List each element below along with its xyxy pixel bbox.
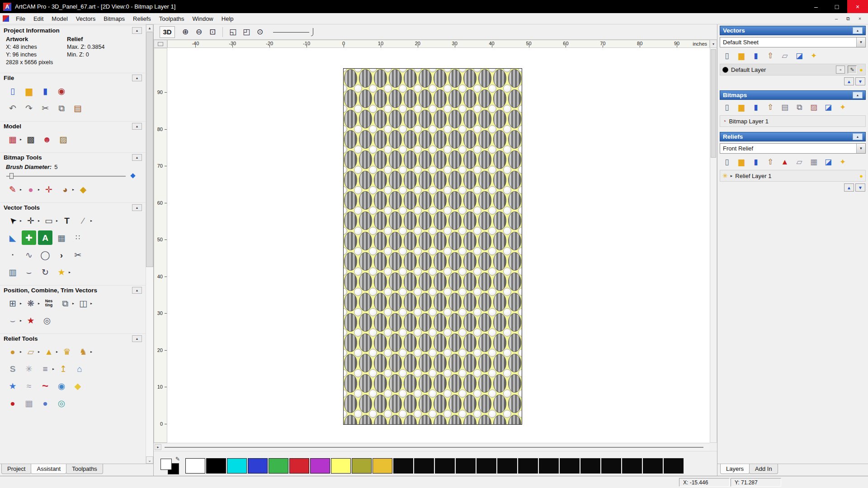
layer-color-swatch[interactable] — [722, 67, 728, 73]
combine-bitmap-icon[interactable]: ✦ — [836, 101, 849, 113]
save-sheet-icon[interactable]: ▮ — [749, 50, 763, 61]
load-relief-icon[interactable]: ▦ — [5, 132, 20, 146]
interactive-sculpt-icon[interactable]: ↥ — [56, 361, 71, 376]
menu-file[interactable]: File — [12, 14, 29, 24]
color-swatch-2[interactable] — [227, 458, 247, 474]
rollup-button[interactable]: ▲ — [132, 75, 142, 81]
import-export-icon[interactable]: ◉ — [54, 84, 69, 98]
tab-layers[interactable]: Layers — [720, 464, 750, 474]
color-swatch-21[interactable] — [622, 458, 642, 474]
delete-vector-layer-icon[interactable]: ◪ — [793, 50, 806, 61]
paste-icon[interactable]: ▤ — [71, 101, 85, 115]
tab-toolpaths[interactable]: Toolpaths — [66, 464, 103, 474]
circular-array-flyout-arrow[interactable]: ▸ — [38, 301, 40, 305]
scroll-left-icon[interactable]: ▸ — [155, 444, 161, 450]
move-layer-down-icon[interactable]: ▼ — [855, 77, 865, 85]
redo-icon[interactable]: ↷ — [22, 101, 36, 115]
vector-doctor-icon[interactable]: ◣ — [5, 230, 20, 245]
create-rectangle-icon[interactable]: ▭ — [42, 213, 56, 228]
group-vectors-flyout-arrow[interactable]: ▸ — [72, 301, 74, 305]
color-swatch-15[interactable] — [497, 458, 517, 474]
visibility-bulb-icon[interactable]: ● — [859, 173, 863, 179]
align-objects-flyout-arrow[interactable]: ▸ — [20, 301, 22, 305]
relief-sheet-icon[interactable]: ▱ — [793, 156, 806, 168]
create-star-icon[interactable]: ★ — [54, 265, 69, 279]
relief-layer-row[interactable]: ✳ ▸ Relief Layer 1 ● — [720, 170, 866, 182]
extrude-vector-icon[interactable]: ▥ — [5, 265, 20, 279]
sculpt-icon[interactable]: ● — [5, 344, 20, 359]
color-swatch-8[interactable] — [352, 458, 372, 474]
palette-flyout-arrow[interactable]: ▸ — [72, 188, 74, 192]
trim-vectors-icon[interactable]: ✂ — [71, 248, 85, 262]
move-layer-up-icon[interactable]: ▲ — [844, 77, 854, 85]
sheet-select[interactable]: Default Sheet ▼ — [720, 37, 866, 47]
slider-handle[interactable] — [9, 173, 14, 179]
paint-icon[interactable]: ✎ — [5, 182, 20, 197]
canvas-horizontal-scrollbar[interactable]: ▸ — [154, 443, 710, 451]
assistant-scrollbar[interactable]: ▲ ⌄ — [146, 24, 153, 464]
scrollbar-thumb[interactable] — [146, 32, 153, 267]
scroll-down-icon[interactable]: ⌄ — [146, 456, 153, 464]
menu-help[interactable]: Help — [217, 14, 238, 24]
color-swatch-4[interactable] — [269, 458, 288, 474]
offset-relief-icon[interactable]: ≡ — [38, 361, 52, 376]
adjust-bitmap-icon[interactable]: ▤ — [778, 101, 792, 113]
relief-fan-flyout-arrow[interactable]: ▸ — [56, 350, 58, 354]
relief-select[interactable]: Front Relief ▼ — [720, 143, 866, 154]
import-relief-icon[interactable]: ⇧ — [764, 156, 777, 168]
color-swatch-20[interactable] — [601, 458, 621, 474]
undo-icon[interactable]: ↶ — [5, 101, 20, 115]
airbrush-icon[interactable]: ● — [24, 182, 38, 197]
spiral-icon[interactable]: ◎ — [40, 313, 54, 328]
new-relief-layer-icon[interactable]: ▯ — [720, 156, 734, 168]
flood-fill-icon[interactable]: ◆ — [76, 182, 90, 197]
fit-arcs-flyout-arrow[interactable]: ▸ — [20, 319, 22, 323]
menu-edit[interactable]: Edit — [29, 14, 47, 24]
export-vectors-icon[interactable]: ▱ — [778, 50, 792, 61]
zoom-fit-icon[interactable]: ◰ — [240, 26, 253, 38]
expand-layer-icon[interactable]: ▸ — [731, 174, 733, 178]
airbrush-flyout-arrow[interactable]: ▸ — [38, 188, 40, 192]
texture-sphere-icon[interactable]: ◉ — [54, 379, 69, 393]
rollup-button[interactable]: ▲ — [132, 204, 142, 211]
menu-reliefs[interactable]: Reliefs — [129, 14, 155, 24]
save-model-icon[interactable]: ▮ — [38, 84, 52, 98]
open-bitmap-icon[interactable]: ▆ — [735, 101, 748, 113]
rollup-button[interactable]: ▲ — [132, 335, 142, 342]
menu-model[interactable]: Model — [47, 14, 71, 24]
tab-assistant[interactable]: Assistant — [31, 464, 66, 474]
mdi-minimize-button[interactable]: – — [832, 16, 841, 22]
primary-color-swatch[interactable] — [160, 459, 172, 470]
measure-flyout-arrow[interactable]: ▸ — [90, 219, 92, 223]
color-swatch-18[interactable] — [560, 458, 580, 474]
weld-vectors-flyout-arrow[interactable]: ▸ — [90, 301, 92, 305]
circular-array-icon[interactable]: ❋ — [24, 296, 38, 310]
slider-track[interactable] — [6, 176, 126, 177]
horizontal-scroll-thumb[interactable] — [165, 447, 703, 448]
block-array-icon[interactable]: ∷ — [71, 230, 85, 245]
star-relief-icon[interactable]: ★ — [5, 379, 20, 393]
face-wizard-icon[interactable]: ☻ — [40, 132, 54, 146]
swept-profile-icon[interactable]: ~ — [38, 379, 52, 393]
tab-project[interactable]: Project — [1, 464, 31, 474]
calculate-relief-icon[interactable]: ▲ — [778, 156, 792, 168]
open-sheet-icon[interactable]: ▆ — [735, 50, 748, 61]
relief-plane-icon[interactable]: ◆ — [71, 379, 85, 393]
vector-layer-row[interactable]: Default Layer ▫ ✎ ● — [720, 64, 866, 75]
zoom-page-icon[interactable]: ◱ — [226, 26, 239, 38]
color-swatch-11[interactable] — [414, 458, 434, 474]
panel-artwork[interactable] — [343, 68, 522, 425]
save-relief-icon[interactable]: ▮ — [749, 156, 763, 168]
rollup-button[interactable]: ▲ — [132, 287, 142, 294]
vertical-scroll-thumb[interactable] — [711, 49, 716, 158]
primary-secondary-color[interactable]: ✎ — [160, 457, 181, 475]
bitmap-layer-row[interactable]: ◔ Bitmap Layer 1 — [720, 115, 866, 127]
align-objects-icon[interactable]: ⊞ — [5, 296, 20, 310]
lock-layer-icon[interactable]: ▫ — [836, 66, 845, 74]
zoom-box-icon[interactable]: ⊡ — [206, 26, 219, 38]
vector-stamp-icon[interactable]: ★ — [24, 313, 38, 328]
mdi-restore-button[interactable]: ⧉ — [844, 16, 853, 22]
menu-bitmaps[interactable]: Bitmaps — [99, 14, 129, 24]
preview-bitmap-icon[interactable]: ▨ — [807, 101, 821, 113]
rollup-button[interactable]: ▲ — [132, 27, 142, 34]
